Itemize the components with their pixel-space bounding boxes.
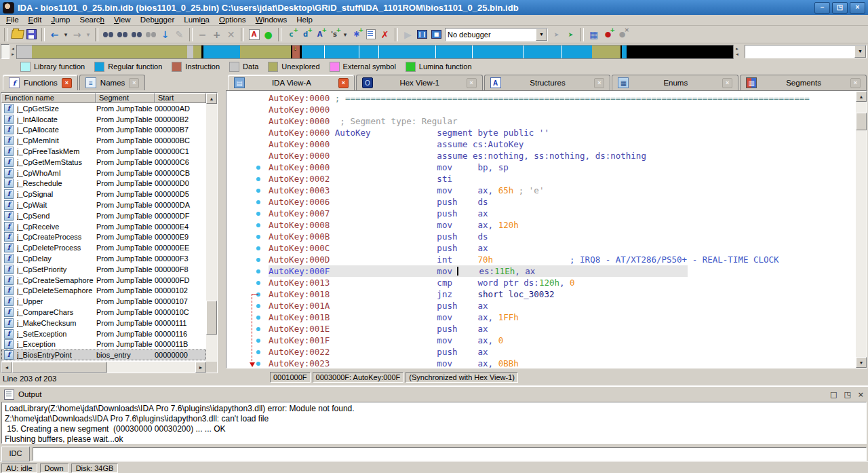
pause-process-button[interactable]: ❙❙ bbox=[415, 27, 429, 41]
scroll-left-button[interactable]: ◄ bbox=[1, 362, 12, 373]
scroll-down-button[interactable]: ▼ bbox=[856, 357, 867, 368]
open-file-button[interactable] bbox=[10, 27, 24, 41]
listing-line[interactable]: AutoKey:0000 assume es:nothing, ss:nothi… bbox=[269, 150, 856, 162]
unhide-item-button[interactable]: + bbox=[210, 27, 224, 41]
menu-options[interactable]: Options bbox=[214, 15, 251, 25]
debugger-windows-button[interactable]: ▦ bbox=[587, 27, 601, 41]
listing-line[interactable]: AutoKey:0023 mov ax, 0BBh bbox=[269, 358, 856, 368]
tab-names[interactable]: ≡Names× bbox=[79, 75, 145, 90]
close-button[interactable]: × bbox=[850, 2, 865, 14]
attach-process-button[interactable]: ➤ bbox=[549, 27, 564, 41]
listing-line[interactable]: AutoKey:0002 sti bbox=[269, 173, 856, 185]
listing-vertical-scrollbar[interactable]: ▲ ▼ bbox=[856, 91, 867, 368]
edit-button[interactable] bbox=[363, 27, 378, 41]
start-process-button[interactable]: ➤ bbox=[564, 27, 578, 41]
table-row[interactable]: fj_CpSignalProm JumpTable000000D5 bbox=[1, 189, 206, 200]
tab-ida-view-a[interactable]: ▤IDA View-A× bbox=[228, 75, 355, 90]
table-row[interactable]: fj_CpSendProm JumpTable000000DF bbox=[1, 210, 206, 221]
table-row[interactable]: fj_CpDelayProm JumpTable000000F3 bbox=[1, 253, 206, 264]
output-restore-button[interactable]: ◳ bbox=[844, 390, 850, 399]
listing-line[interactable]: AutoKey:000F mov es:11Eh, ax bbox=[269, 265, 856, 277]
menu-debugger[interactable]: Debugger bbox=[136, 15, 180, 25]
table-row[interactable]: fj_CpWhoAmIProm JumpTable000000CB bbox=[1, 168, 206, 178]
listing-line[interactable]: AutoKey:001A push ax bbox=[269, 300, 856, 311]
table-row[interactable]: fj_UpperProm JumpTable00000107 bbox=[1, 296, 206, 307]
navigator-combo[interactable]: ▼ bbox=[745, 45, 867, 58]
listing-line[interactable]: AutoKey:0000 AutoKey segment byte public… bbox=[269, 127, 856, 138]
make-string-button[interactable]: 's+ bbox=[327, 27, 341, 41]
table-row[interactable]: fj_CpGetMemStatusProm JumpTable000000C6 bbox=[1, 157, 206, 168]
listing-line[interactable]: AutoKey:000D int 70h ; IRQ8 - AT/XT286/P… bbox=[269, 254, 856, 265]
scroll-up-button[interactable]: ▲ bbox=[206, 93, 217, 104]
jump-to-address-button[interactable]: ↓ bbox=[158, 27, 172, 41]
column-header-start[interactable]: Start bbox=[155, 93, 206, 103]
table-row[interactable]: fj_CpDeleteProcessProm JumpTable000000EE bbox=[1, 242, 206, 253]
command-line-input[interactable] bbox=[33, 447, 867, 461]
nav-scroll-left[interactable]: ◄► bbox=[9, 45, 16, 58]
table-row[interactable]: fj_BiosEntryPointbios_entry00000000 bbox=[1, 349, 206, 360]
tab-close-icon[interactable]: × bbox=[594, 78, 604, 88]
table-row[interactable]: fj_CpCreateSemaphoreProm JumpTable000000… bbox=[1, 275, 206, 286]
listing-line[interactable]: AutoKey:0000 mov bp, sp bbox=[269, 162, 856, 173]
listing-line[interactable]: AutoKey:0008 mov ax, 120h bbox=[269, 219, 856, 231]
table-row[interactable]: fj_CpMemInitProm JumpTable000000BC bbox=[1, 135, 206, 146]
analysis-indicator-button[interactable]: ● bbox=[261, 27, 275, 41]
table-row[interactable]: fj_SetExceptionProm JumpTable00000116 bbox=[1, 328, 206, 339]
tab-close-icon[interactable]: × bbox=[338, 78, 349, 88]
listing-line[interactable]: AutoKey:0000 bbox=[269, 104, 856, 115]
search-text-button[interactable] bbox=[115, 27, 130, 41]
menu-jump[interactable]: Jump bbox=[46, 15, 75, 25]
listing-line[interactable]: AutoKey:001F mov ax, 0 bbox=[269, 335, 856, 346]
hide-item-button[interactable]: − bbox=[195, 27, 210, 41]
listing-line[interactable]: AutoKey:0003 mov ax, 65h ; 'e' bbox=[269, 185, 856, 196]
save-button[interactable] bbox=[24, 27, 39, 41]
menu-view[interactable]: View bbox=[109, 15, 136, 25]
column-header-segment[interactable]: Segment bbox=[96, 93, 155, 103]
tab-hex-view-1[interactable]: OHex View-1× bbox=[356, 75, 483, 90]
delete-item-button[interactable]: ✕ bbox=[224, 27, 238, 41]
tab-enums[interactable]: ▦Enums× bbox=[612, 75, 738, 90]
listing-line[interactable]: AutoKey:0007 push ax bbox=[269, 208, 856, 219]
jump-back-dropdown[interactable]: ▾ bbox=[62, 27, 70, 41]
jump-forward-dropdown[interactable]: ▾ bbox=[84, 27, 92, 41]
jump-forward-button[interactable]: → bbox=[70, 27, 84, 41]
table-row[interactable]: fj_CpWaitProm JumpTable000000DA bbox=[1, 200, 206, 210]
scrollbar-thumb[interactable] bbox=[856, 113, 867, 130]
column-header-function-name[interactable]: Function name bbox=[1, 93, 96, 103]
listing-line[interactable]: AutoKey:0000 assume cs:AutoKey bbox=[269, 138, 856, 150]
make-data-button[interactable]: d+ bbox=[298, 27, 313, 41]
search-word-button[interactable] bbox=[130, 27, 144, 41]
search-binary-button[interactable] bbox=[101, 27, 115, 41]
make-name-button[interactable]: A+ bbox=[313, 27, 327, 41]
table-row[interactable]: fj_IntAllocateProm JumpTable000000B2 bbox=[1, 114, 206, 125]
listing-line[interactable]: AutoKey:0000 ; =========================… bbox=[269, 92, 856, 104]
scrollbar-thumb[interactable] bbox=[12, 362, 107, 373]
minimize-button[interactable]: – bbox=[814, 2, 830, 14]
search-again-button[interactable] bbox=[144, 27, 158, 41]
menu-search[interactable]: Search bbox=[75, 15, 109, 25]
listing-line[interactable]: AutoKey:000C push ax bbox=[269, 242, 856, 254]
functions-horizontal-scrollbar[interactable]: ◄ ► bbox=[1, 362, 206, 373]
listing-line[interactable]: AutoKey:001B mov ax, 1FFh bbox=[269, 311, 856, 323]
listing-line[interactable]: AutoKey:0022 push ax bbox=[269, 346, 856, 358]
tab-structures[interactable]: AStructures× bbox=[484, 75, 611, 90]
table-row[interactable]: fj_CpGetSizeProm JumpTable000000AD bbox=[1, 103, 206, 114]
debugger-select[interactable]: No debugger ▼ bbox=[445, 28, 548, 41]
scroll-right-button[interactable]: ► bbox=[195, 362, 206, 373]
table-row[interactable]: fj_CpReceiveProm JumpTable000000E4 bbox=[1, 221, 206, 232]
menu-lumina[interactable]: Lumina bbox=[179, 15, 214, 25]
disassembly-listing[interactable]: AutoKey:0000 ; =========================… bbox=[226, 90, 867, 368]
delete-breakpoint-button[interactable]: ●× bbox=[615, 27, 629, 41]
table-row[interactable]: fj_CpAllocateProm JumpTable000000B7 bbox=[1, 125, 206, 136]
tab-segments[interactable]: ▥Segments× bbox=[740, 75, 867, 90]
listing-line[interactable]: AutoKey:0013 cmp word ptr ds:120h, 0 bbox=[269, 277, 856, 288]
tab-close-icon[interactable]: × bbox=[62, 78, 72, 88]
functions-vertical-scrollbar[interactable]: ▲ ▼ bbox=[206, 93, 217, 373]
table-row[interactable]: fj_CpCreateProcessProm JumpTable000000E9 bbox=[1, 232, 206, 243]
make-code-button[interactable]: c+ bbox=[284, 27, 298, 41]
navigation-band[interactable]: ↓ bbox=[16, 45, 734, 59]
tab-close-icon[interactable]: × bbox=[850, 78, 861, 88]
table-row[interactable]: fj_RescheduleProm JumpTable000000D0 bbox=[1, 178, 206, 189]
navigator-handle[interactable] bbox=[1, 44, 9, 59]
combo-arrow-icon[interactable]: ▼ bbox=[536, 29, 547, 41]
